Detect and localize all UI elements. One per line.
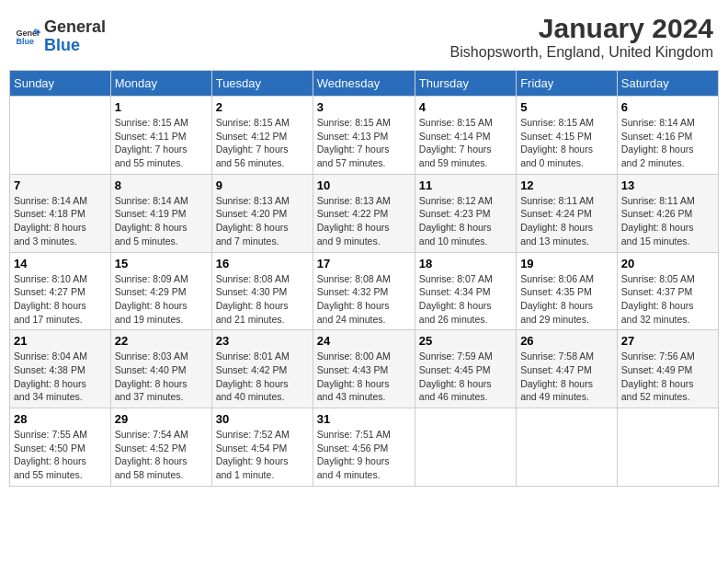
day-header-thursday: Thursday (415, 71, 516, 97)
day-number: 21 (14, 334, 107, 348)
calendar-cell: 16Sunrise: 8:08 AMSunset: 4:30 PMDayligh… (211, 252, 313, 330)
calendar-cell: 6Sunrise: 8:14 AMSunset: 4:16 PMDaylight… (617, 97, 718, 175)
calendar-cell: 21Sunrise: 8:04 AMSunset: 4:38 PMDayligh… (10, 330, 111, 408)
day-info: Sunrise: 8:00 AMSunset: 4:43 PMDaylight:… (317, 350, 411, 404)
calendar-cell: 20Sunrise: 8:05 AMSunset: 4:37 PMDayligh… (617, 252, 718, 330)
day-info: Sunrise: 7:58 AMSunset: 4:47 PMDaylight:… (520, 350, 613, 404)
logo-icon: General Blue (15, 24, 40, 50)
day-info: Sunrise: 8:06 AMSunset: 4:35 PMDaylight:… (520, 272, 613, 327)
day-info: Sunrise: 8:11 AMSunset: 4:24 PMDaylight:… (520, 194, 613, 248)
calendar-cell: 14Sunrise: 8:10 AMSunset: 4:27 PMDayligh… (10, 252, 111, 330)
week-row-3: 14Sunrise: 8:10 AMSunset: 4:27 PMDayligh… (10, 252, 719, 330)
calendar-cell (517, 408, 618, 487)
calendar-cell: 31Sunrise: 7:51 AMSunset: 4:56 PMDayligh… (313, 408, 415, 487)
day-header-sunday: Sunday (10, 71, 111, 97)
calendar-cell: 7Sunrise: 8:14 AMSunset: 4:18 PMDaylight… (10, 174, 111, 252)
day-number: 22 (115, 334, 208, 348)
calendar-cell: 10Sunrise: 8:13 AMSunset: 4:22 PMDayligh… (313, 174, 415, 252)
day-header-wednesday: Wednesday (313, 71, 415, 97)
day-info: Sunrise: 8:15 AMSunset: 4:15 PMDaylight:… (520, 116, 613, 170)
day-number: 5 (520, 100, 613, 114)
day-info: Sunrise: 8:12 AMSunset: 4:23 PMDaylight:… (419, 194, 512, 248)
day-number: 12 (520, 178, 613, 192)
day-info: Sunrise: 8:10 AMSunset: 4:27 PMDaylight:… (14, 272, 107, 327)
calendar-cell: 4Sunrise: 8:15 AMSunset: 4:14 PMDaylight… (415, 97, 516, 175)
day-number: 19 (520, 257, 613, 270)
day-number: 2 (216, 100, 309, 114)
calendar-cell: 8Sunrise: 8:14 AMSunset: 4:19 PMDaylight… (110, 174, 211, 252)
day-info: Sunrise: 8:08 AMSunset: 4:30 PMDaylight:… (216, 272, 309, 327)
calendar-cell: 17Sunrise: 8:08 AMSunset: 4:32 PMDayligh… (313, 252, 415, 330)
day-info: Sunrise: 8:08 AMSunset: 4:32 PMDaylight:… (317, 272, 411, 327)
logo-text: General Blue (44, 18, 106, 55)
day-info: Sunrise: 8:13 AMSunset: 4:22 PMDaylight:… (317, 194, 411, 248)
day-info: Sunrise: 7:55 AMSunset: 4:50 PMDaylight:… (14, 428, 107, 482)
calendar-cell: 24Sunrise: 8:00 AMSunset: 4:43 PMDayligh… (313, 330, 415, 408)
calendar-cell (415, 408, 516, 487)
day-info: Sunrise: 8:15 AMSunset: 4:14 PMDaylight:… (419, 116, 512, 170)
calendar-cell (617, 408, 718, 487)
day-info: Sunrise: 8:15 AMSunset: 4:12 PMDaylight:… (216, 116, 309, 170)
day-info: Sunrise: 8:01 AMSunset: 4:42 PMDaylight:… (216, 350, 309, 404)
day-number: 23 (216, 334, 309, 348)
day-number: 13 (621, 178, 714, 192)
calendar-cell: 2Sunrise: 8:15 AMSunset: 4:12 PMDaylight… (211, 97, 313, 175)
calendar-cell: 23Sunrise: 8:01 AMSunset: 4:42 PMDayligh… (211, 330, 313, 408)
day-number: 9 (216, 178, 309, 192)
day-number: 11 (419, 178, 512, 192)
day-number: 25 (419, 334, 512, 348)
calendar-cell: 26Sunrise: 7:58 AMSunset: 4:47 PMDayligh… (517, 330, 618, 408)
day-number: 18 (419, 257, 512, 270)
day-number: 15 (115, 257, 208, 270)
calendar-cell: 28Sunrise: 7:55 AMSunset: 4:50 PMDayligh… (10, 408, 111, 487)
day-number: 30 (216, 412, 309, 426)
week-row-5: 28Sunrise: 7:55 AMSunset: 4:50 PMDayligh… (10, 408, 719, 487)
day-info: Sunrise: 8:09 AMSunset: 4:29 PMDaylight:… (115, 272, 208, 327)
main-title: January 2024 (450, 13, 713, 44)
day-header-saturday: Saturday (617, 71, 718, 97)
calendar-cell: 13Sunrise: 8:11 AMSunset: 4:26 PMDayligh… (617, 174, 718, 252)
calendar-cell: 5Sunrise: 8:15 AMSunset: 4:15 PMDaylight… (517, 97, 618, 175)
calendar-cell: 27Sunrise: 7:56 AMSunset: 4:49 PMDayligh… (617, 330, 718, 408)
logo-general-text: General (44, 18, 106, 37)
day-number: 8 (115, 178, 208, 192)
day-info: Sunrise: 8:05 AMSunset: 4:37 PMDaylight:… (621, 272, 714, 327)
header: General Blue General Blue January 2024 B… (9, 9, 719, 64)
calendar-cell: 19Sunrise: 8:06 AMSunset: 4:35 PMDayligh… (517, 252, 618, 330)
day-number: 28 (14, 412, 107, 426)
day-info: Sunrise: 7:51 AMSunset: 4:56 PMDaylight:… (317, 428, 411, 482)
day-number: 6 (621, 100, 714, 114)
day-info: Sunrise: 8:14 AMSunset: 4:18 PMDaylight:… (14, 194, 107, 248)
day-header-friday: Friday (517, 71, 618, 97)
day-info: Sunrise: 8:03 AMSunset: 4:40 PMDaylight:… (115, 350, 208, 404)
week-row-2: 7Sunrise: 8:14 AMSunset: 4:18 PMDaylight… (10, 174, 719, 252)
calendar-cell: 25Sunrise: 7:59 AMSunset: 4:45 PMDayligh… (415, 330, 516, 408)
svg-text:Blue: Blue (16, 37, 34, 46)
day-header-monday: Monday (110, 71, 211, 97)
day-number: 29 (115, 412, 208, 426)
calendar-cell: 12Sunrise: 8:11 AMSunset: 4:24 PMDayligh… (517, 174, 618, 252)
day-number: 24 (317, 334, 411, 348)
day-info: Sunrise: 8:11 AMSunset: 4:26 PMDaylight:… (621, 194, 714, 248)
calendar-cell: 30Sunrise: 7:52 AMSunset: 4:54 PMDayligh… (211, 408, 313, 487)
calendar-cell: 15Sunrise: 8:09 AMSunset: 4:29 PMDayligh… (110, 252, 211, 330)
day-info: Sunrise: 8:07 AMSunset: 4:34 PMDaylight:… (419, 272, 512, 327)
day-info: Sunrise: 8:13 AMSunset: 4:20 PMDaylight:… (216, 194, 309, 248)
sub-title: Bishopsworth, England, United Kingdom (450, 44, 713, 61)
day-number: 10 (317, 178, 411, 192)
day-number: 27 (621, 334, 714, 348)
week-row-1: 1Sunrise: 8:15 AMSunset: 4:11 PMDaylight… (10, 97, 719, 175)
day-info: Sunrise: 7:56 AMSunset: 4:49 PMDaylight:… (621, 350, 714, 404)
calendar-cell: 22Sunrise: 8:03 AMSunset: 4:40 PMDayligh… (110, 330, 211, 408)
calendar-cell: 1Sunrise: 8:15 AMSunset: 4:11 PMDaylight… (110, 97, 211, 175)
logo: General Blue General Blue (15, 18, 106, 55)
calendar-table: SundayMondayTuesdayWednesdayThursdayFrid… (9, 70, 719, 487)
day-number: 16 (216, 257, 309, 270)
week-row-4: 21Sunrise: 8:04 AMSunset: 4:38 PMDayligh… (10, 330, 719, 408)
calendar-cell: 3Sunrise: 8:15 AMSunset: 4:13 PMDaylight… (313, 97, 415, 175)
day-info: Sunrise: 7:59 AMSunset: 4:45 PMDaylight:… (419, 350, 512, 404)
calendar-cell: 9Sunrise: 8:13 AMSunset: 4:20 PMDaylight… (211, 174, 313, 252)
day-number: 17 (317, 257, 411, 270)
calendar-cell (10, 97, 111, 175)
day-info: Sunrise: 7:54 AMSunset: 4:52 PMDaylight:… (115, 428, 208, 482)
